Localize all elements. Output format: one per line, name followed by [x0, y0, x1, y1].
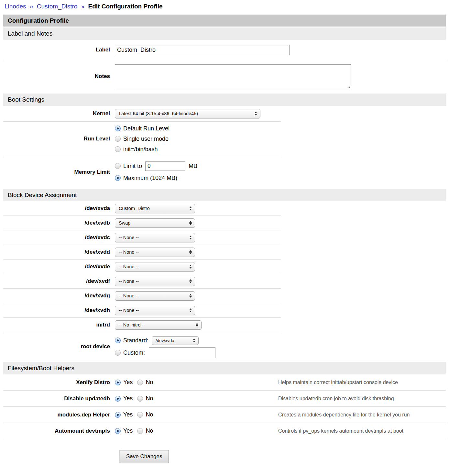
no-label: No: [146, 379, 153, 386]
device-select-xvdd[interactable]: -- None --: [115, 248, 195, 257]
yes-label: Yes: [123, 427, 133, 434]
automount-devtmpfs-yes-radio[interactable]: [115, 428, 121, 434]
initrd-label: initrd: [3, 322, 115, 328]
breadcrumb-separator: »: [30, 3, 33, 10]
device-row-xvde: /dev/xvde -- None --: [3, 260, 446, 274]
no-label: No: [146, 395, 153, 402]
disable-updatedb-yes-radio[interactable]: [115, 396, 121, 402]
save-changes-button[interactable]: Save Changes: [120, 450, 169, 463]
select-arrows-icon: [193, 323, 198, 327]
device-select-xvdh[interactable]: -- None --: [115, 306, 195, 315]
select-arrows-icon: [187, 294, 192, 298]
device-select-xvdd-value: -- None --: [119, 249, 139, 255]
device-select-xvdb[interactable]: Swap: [115, 218, 195, 228]
root-device-row: root device Standard: /dev/xvda Custom:: [3, 332, 446, 361]
select-arrows-icon: [252, 112, 257, 116]
modules-dep-helper-label: modules.dep Helper: [3, 412, 115, 418]
maximum-memory-label: Maximum (1024 MB): [123, 175, 177, 182]
kernel-label: Kernel: [3, 110, 115, 117]
automount-devtmpfs-no-radio[interactable]: [137, 428, 143, 434]
initrd-row: initrd -- No initrd --: [3, 318, 446, 332]
modules-dep-yes-radio[interactable]: [115, 412, 121, 418]
root-custom-label: Custom:: [123, 349, 145, 356]
xenify-distro-no-radio[interactable]: [137, 380, 143, 385]
device-select-xvda[interactable]: Custom_Distro: [115, 204, 195, 213]
automount-devtmpfs-label: Automount devtmpfs: [3, 428, 115, 434]
device-select-xvdb-value: Swap: [119, 220, 130, 226]
initrd-select-value: -- No initrd --: [119, 322, 145, 327]
root-standard-radio[interactable]: [115, 338, 121, 343]
select-arrows-icon: [187, 308, 192, 312]
page-title: Edit Configuration Profile: [88, 3, 163, 10]
single-user-mode-radio[interactable]: [115, 136, 121, 142]
device-select-xvdc[interactable]: -- None --: [115, 233, 195, 242]
helper-row-automount-devtmpfs: Automount devtmpfs Yes No Controls if pv…: [3, 423, 446, 439]
maximum-memory-radio[interactable]: [115, 175, 121, 181]
no-label: No: [146, 411, 153, 418]
root-custom-radio[interactable]: [115, 350, 121, 356]
device-select-xvdg[interactable]: -- None --: [115, 291, 195, 301]
device-row-xvdg: /dev/xvdg -- None --: [3, 289, 446, 303]
kernel-select[interactable]: Latest 64 bit (3.15.4-x86_64-linode45): [115, 109, 260, 118]
device-select-xvdh-value: -- None --: [119, 308, 139, 313]
label-field-label: Label: [3, 47, 115, 53]
root-custom-input[interactable]: [149, 347, 215, 358]
kernel-select-value: Latest 64 bit (3.15.4-x86_64-linode45): [119, 111, 198, 116]
section-header-block-device-assignment: Block Device Assignment: [3, 189, 446, 201]
device-label-xvda: /dev/xvda: [3, 205, 115, 212]
yes-label: Yes: [123, 395, 133, 402]
run-level-row: Run Level Default Run Level Single user …: [3, 122, 446, 156]
xenify-distro-help-text: Helps maintain correct inittab/upstart c…: [278, 380, 398, 385]
device-row-xvdc: /dev/xvdc -- None --: [3, 230, 446, 245]
helper-row-disable-updatedb: Disable updatedb Yes No Disables updated…: [3, 391, 446, 406]
limit-to-radio[interactable]: [115, 163, 121, 169]
notes-field-label: Notes: [3, 73, 115, 80]
breadcrumb-link-custom-distro[interactable]: Custom_Distro: [37, 3, 78, 10]
memory-limit-row: Memory Limit Limit to MB Maximum (1024 M…: [3, 156, 446, 188]
panel-header: Configuration Profile: [3, 15, 446, 27]
select-arrows-icon: [190, 338, 195, 342]
root-standard-label: Standard:: [123, 337, 148, 344]
device-row-xvdb: /dev/xvdb Swap: [3, 216, 446, 230]
disable-updatedb-no-radio[interactable]: [137, 396, 143, 402]
root-device-select[interactable]: /dev/xvda: [152, 336, 199, 345]
disable-updatedb-label: Disable updatedb: [3, 395, 115, 402]
modules-dep-no-radio[interactable]: [137, 412, 143, 418]
device-label-xvdf: /dev/xvdf: [3, 278, 115, 284]
device-select-xvdf[interactable]: -- None --: [115, 277, 195, 286]
init-bin-bash-radio[interactable]: [115, 146, 121, 152]
device-row-xvdh: /dev/xvdh -- None --: [3, 303, 446, 317]
device-select-xvdc-value: -- None --: [119, 235, 139, 240]
modules-dep-help-text: Creates a modules dependency file for th…: [278, 412, 410, 418]
xenify-distro-label: Xenify Distro: [3, 379, 115, 386]
helper-row-xenify-distro: Xenify Distro Yes No Helps maintain corr…: [3, 374, 446, 390]
no-label: No: [146, 427, 153, 434]
notes-textarea[interactable]: [115, 64, 351, 88]
memory-limit-input[interactable]: [145, 161, 185, 171]
select-arrows-icon: [187, 221, 192, 225]
label-input[interactable]: [115, 45, 290, 55]
device-label-xvdh: /dev/xvdh: [3, 307, 115, 314]
device-label-xvdb: /dev/xvdb: [3, 220, 115, 226]
breadcrumb-separator: »: [81, 3, 85, 10]
run-level-label: Run Level: [3, 136, 115, 142]
initrd-select[interactable]: -- No initrd --: [115, 320, 202, 330]
device-label-xvde: /dev/xvde: [3, 263, 115, 270]
helper-row-modules-dep: modules.dep Helper Yes No Creates a modu…: [3, 407, 446, 423]
select-arrows-icon: [187, 265, 192, 269]
default-run-level-radio[interactable]: [115, 126, 121, 131]
default-run-level-label: Default Run Level: [123, 125, 170, 132]
breadcrumb-link-linodes[interactable]: Linodes: [5, 3, 26, 10]
select-arrows-icon: [187, 206, 192, 210]
init-bin-bash-label: init=/bin/bash: [123, 146, 158, 153]
memory-limit-label: Memory Limit: [3, 169, 115, 175]
device-select-xvde[interactable]: -- None --: [115, 262, 195, 271]
automount-devtmpfs-help-text: Controls if pv_ops kernels automount dev…: [278, 428, 403, 434]
device-label-xvdd: /dev/xvdd: [3, 249, 115, 255]
yes-label: Yes: [123, 411, 133, 418]
select-arrows-icon: [187, 279, 192, 283]
limit-to-label: Limit to: [123, 163, 142, 170]
xenify-distro-yes-radio[interactable]: [115, 380, 121, 385]
section-header-boot-settings: Boot Settings: [3, 94, 446, 106]
device-select-xvde-value: -- None --: [119, 264, 139, 269]
